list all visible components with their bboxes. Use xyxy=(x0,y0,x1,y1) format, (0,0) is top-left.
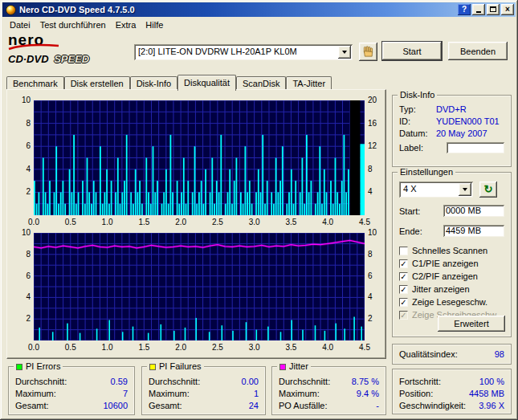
axis-tick-label: 3.0 xyxy=(246,218,263,226)
tab-diskqualitaet[interactable]: Diskqualität xyxy=(177,75,236,91)
pi-failures-stats: PI Failures Durchschnitt:0.00 Maximum:1 … xyxy=(141,366,266,415)
menu-item-test-durchfuehren[interactable]: Test durchführen xyxy=(35,18,111,31)
axis-tick-label: 20 xyxy=(368,96,384,104)
checkbox-box[interactable] xyxy=(399,247,408,255)
checkbox-zeige-lesegeschw[interactable]: ✓ Zeige Lesegeschw. xyxy=(393,296,511,308)
label-input[interactable] xyxy=(447,142,504,153)
stat-value: 9.4 % xyxy=(357,389,379,398)
title-bar[interactable]: Nero CD-DVD Speed 4.7.5.0 ? × xyxy=(2,2,516,17)
drive-control-button[interactable] xyxy=(359,43,377,61)
quit-button[interactable]: Beenden xyxy=(448,42,508,60)
titlebar-buttons: ? × xyxy=(458,4,514,15)
checkbox-c1-pie-anzeigen[interactable]: ✓ C1/PIE anzeigen xyxy=(393,257,511,270)
close-button[interactable]: × xyxy=(501,4,514,15)
jitter-chart: 0.00.51.01.52.02.53.03.54.04.51010886644… xyxy=(10,227,382,354)
checkbox-label: C1/PIE anzeigen xyxy=(412,259,479,268)
axis-tick-label: 1.0 xyxy=(99,343,116,352)
chevron-down-icon[interactable] xyxy=(338,46,351,59)
refresh-button[interactable]: ↻ xyxy=(479,181,497,198)
start-input[interactable]: 0000 MB xyxy=(443,205,504,217)
jitter-plot xyxy=(34,233,365,340)
checkbox-box[interactable]: ✓ xyxy=(399,285,408,294)
tab-benchmark[interactable]: Benchmark xyxy=(6,76,64,90)
help-button[interactable]: ? xyxy=(458,4,471,15)
position-row: Position: 4458 MB xyxy=(393,387,511,399)
tab-disk-erstellen[interactable]: Disk erstellen xyxy=(64,76,130,90)
axis-tick-label: 2.0 xyxy=(172,343,190,352)
stat-label: Maximum: xyxy=(149,389,190,398)
start-button[interactable]: Start xyxy=(382,42,442,60)
speed-select[interactable]: 4 X xyxy=(399,181,473,198)
checkbox-label: Zeige Lesegeschw. xyxy=(412,297,487,307)
chevron-down-icon[interactable] xyxy=(459,183,471,196)
stat-title: PI Failures xyxy=(159,361,202,372)
menu-bar: Datei Test durchführen Extra Hilfe xyxy=(2,17,516,32)
pi-errors-swatch xyxy=(16,364,22,370)
disk-label-label: Label: xyxy=(399,143,436,153)
checkbox-jitter-anzeigen[interactable]: ✓ Jitter anzeigen xyxy=(393,283,511,296)
speed-row: 4 X ↻ xyxy=(393,181,511,198)
stat-value: 1 xyxy=(254,389,259,398)
axis-tick-label: 2.5 xyxy=(209,218,226,226)
axis-tick-label: 4.5 xyxy=(356,343,373,352)
axis-tick-label: 2 xyxy=(368,314,384,323)
axis-tick-label: 8 xyxy=(14,119,31,128)
checkbox-box[interactable]: ✓ xyxy=(399,272,408,281)
stat-value: 8.75 % xyxy=(352,377,379,386)
tab-disk-info[interactable]: Disk-Info xyxy=(130,76,177,90)
progress-value: 100 % xyxy=(479,377,504,386)
drive-select-value: [2:0] LITE-ON DVDRW LH-20A1P KL0M xyxy=(138,47,297,56)
stat-label: Durchschnitt: xyxy=(279,377,330,386)
menu-item-hilfe[interactable]: Hilfe xyxy=(141,18,168,31)
nero-swoosh-icon xyxy=(8,43,59,51)
checkbox-schnelles-scannen[interactable]: Schnelles Scannen xyxy=(393,244,511,257)
axis-tick-label: 4.0 xyxy=(319,343,336,352)
axis-tick-label: 8 xyxy=(368,250,384,259)
progress-row: Fortschritt: 100 % xyxy=(393,375,511,387)
stat-value: 0.59 xyxy=(111,377,128,386)
stat-label: PO Ausfälle: xyxy=(279,401,328,410)
maximize-button[interactable] xyxy=(487,4,500,15)
jitter-swatch xyxy=(279,364,286,370)
stat-row: Gesamt:10600 xyxy=(9,399,134,411)
start-row: Start: 0000 MB xyxy=(393,204,511,218)
menu-item-datei[interactable]: Datei xyxy=(5,18,35,31)
axis-tick-label: 3.5 xyxy=(282,343,300,352)
axis-tick-label: 6 xyxy=(14,271,31,280)
axis-tick-label: 4 xyxy=(14,292,31,301)
progress-label: Fortschritt: xyxy=(399,377,441,386)
jitter-stats-legend: Jitter xyxy=(277,361,311,372)
tab-ta-jitter[interactable]: TA-Jitter xyxy=(286,76,332,90)
progress-panel: Fortschritt: 100 % Position: 4458 MB Ges… xyxy=(392,369,512,414)
pi-errors-stats: PI Errors Durchschnitt:0.59 Maximum:7 Ge… xyxy=(8,366,135,415)
minimize-button[interactable] xyxy=(472,4,485,15)
disk-info-row: ID: YUDEN000 T01 xyxy=(393,115,511,127)
axis-tick-label: 1.0 xyxy=(99,218,116,226)
stat-label: Maximum: xyxy=(15,389,56,398)
quality-index-panel: Qualitätsindex: 98 xyxy=(392,344,512,365)
tab-scandisk[interactable]: ScanDisk xyxy=(236,76,286,90)
stat-row: Durchschnitt:0.59 xyxy=(9,375,134,387)
disk-info-group: Disk-Info Typ: DVD+R ID: YUDEN000 T01 Da… xyxy=(392,95,512,167)
checkbox-box[interactable]: ✓ xyxy=(399,259,408,268)
end-label: Ende: xyxy=(399,226,428,236)
axis-tick-label: 1.5 xyxy=(135,218,153,226)
drive-select[interactable]: [2:0] LITE-ON DVDRW LH-20A1P KL0M xyxy=(134,44,353,60)
end-input[interactable]: 4459 MB xyxy=(443,225,504,237)
axis-tick-label: 8 xyxy=(14,250,31,259)
pi-errors-plot xyxy=(34,100,365,215)
checkbox-c2-pif-anzeigen[interactable]: ✓ C2/PIF anzeigen xyxy=(393,270,511,283)
advanced-button[interactable]: Erweitert xyxy=(438,316,505,332)
menu-item-extra[interactable]: Extra xyxy=(111,18,141,31)
checkbox-box[interactable]: ✓ xyxy=(399,298,408,307)
stat-row: Gesamt:24 xyxy=(142,399,265,411)
position-label: Position: xyxy=(399,389,433,398)
axis-tick-label: 0.5 xyxy=(62,343,80,352)
cd-dvd-label: CD·DVD xyxy=(8,53,49,65)
settings-group: Einstellungen 4 X ↻ Start: 0000 MB Ende:… xyxy=(392,172,512,337)
pi-errors-chart: 0.00.51.01.52.02.53.03.54.04.51020816612… xyxy=(10,94,382,227)
window-title: Nero CD-DVD Speed 4.7.5.0 xyxy=(19,5,135,14)
app-window: Nero CD-DVD Speed 4.7.5.0 ? × Datei Test… xyxy=(0,0,518,420)
checkbox-label: C2/PIF anzeigen xyxy=(412,271,478,281)
axis-tick-label: 8 xyxy=(368,165,384,173)
